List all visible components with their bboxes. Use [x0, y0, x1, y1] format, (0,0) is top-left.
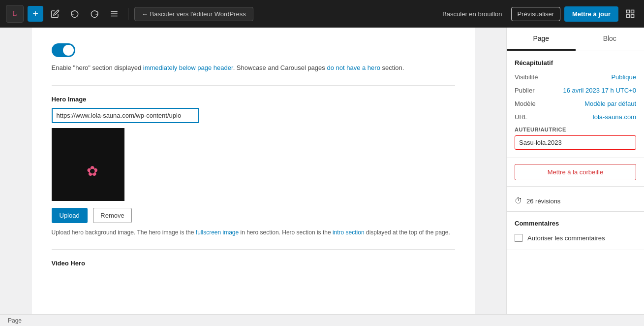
help-text-blue-2: intro section [333, 229, 365, 236]
recapitulatif-title: Récapitulatif [515, 59, 636, 66]
status-bar: Page [0, 314, 644, 326]
redo-icon [90, 9, 99, 18]
settings-button[interactable] [622, 6, 638, 22]
help-text-1: Upload hero background image. The hero i… [52, 229, 196, 236]
add-block-button[interactable]: + [28, 6, 43, 22]
image-action-buttons: Upload Remove [52, 208, 455, 223]
model-value[interactable]: Modèle par défaut [584, 100, 636, 107]
toolbar: L + ← Basculer vers l'éditeur WordPress … [0, 0, 644, 28]
update-button[interactable]: Mettre à jour [564, 6, 618, 22]
tools-button[interactable] [47, 6, 63, 22]
redo-button[interactable] [87, 6, 102, 22]
allow-comments-row: Autoriser les commentaires [515, 234, 636, 242]
hero-image-preview [52, 128, 124, 201]
trash-section: Mettre à la corbeille [507, 158, 644, 187]
upload-button[interactable]: Upload [52, 208, 88, 223]
divider-1 [52, 85, 455, 86]
help-text: Upload hero background image. The hero i… [52, 228, 455, 237]
separator [128, 8, 128, 20]
author-label: AUTEUR/AUTRICE [515, 127, 636, 132]
recapitulatif-section: Récapitulatif Visibilité Publique Publie… [507, 51, 644, 158]
author-section: AUTEUR/AUTRICE [515, 127, 636, 150]
switch-editor-label: ← Basculer vers l'éditeur WordPress [142, 10, 246, 18]
video-hero-label: Video Hero [52, 260, 455, 267]
tab-page[interactable]: Page [507, 28, 576, 51]
main-layout: Enable "hero" section displayed immediat… [0, 28, 644, 314]
status-label: Page [8, 317, 22, 324]
preview-inner [52, 128, 124, 201]
logo-text: L [13, 10, 17, 18]
svg-rect-4 [631, 10, 634, 13]
svg-rect-5 [627, 15, 630, 18]
author-input[interactable] [515, 135, 636, 150]
url-value[interactable]: lola-sauna.com [593, 113, 636, 121]
tab-bloc[interactable]: Bloc [576, 28, 644, 51]
visibility-row: Visibilité Publique [515, 73, 636, 81]
visibility-value[interactable]: Publique [611, 73, 636, 81]
comments-title: Commentaires [515, 220, 636, 227]
trash-button[interactable]: Mettre à la corbeille [515, 164, 636, 180]
site-logo[interactable]: L [6, 5, 24, 23]
revisions-icon: ⏱ [515, 196, 522, 205]
sidebar: Page Bloc Récapitulatif Visibilité Publi… [506, 28, 644, 314]
visibility-label: Visibilité [515, 73, 538, 81]
undo-button[interactable] [67, 6, 83, 22]
allow-comments-label: Autoriser les commentaires [527, 234, 605, 242]
hero-toggle[interactable] [52, 43, 75, 57]
remove-button[interactable]: Remove [93, 208, 131, 223]
help-text-2: in hero section. Hero section is the [239, 229, 333, 236]
revisions-section: ⏱ 26 révisions [507, 187, 644, 212]
sidebar-tabs: Page Bloc [507, 28, 644, 51]
url-label: URL [515, 113, 527, 121]
toolbar-right: Basculer en brouillon Prévisualiser Mett… [437, 6, 638, 22]
svg-rect-3 [627, 10, 630, 13]
publish-value[interactable]: 16 avril 2023 17 h UTC+0 [563, 87, 636, 94]
hero-description: Enable "hero" section displayed immediat… [52, 63, 455, 73]
help-text-blue-1: fullscreen image [196, 229, 239, 236]
comments-section: Commentaires Autoriser les commentaires [507, 212, 644, 250]
preview-decoration [78, 150, 98, 179]
undo-icon [70, 9, 79, 18]
list-view-icon [110, 9, 119, 18]
switch-editor-button[interactable]: ← Basculer vers l'éditeur WordPress [134, 7, 253, 21]
divider-2 [52, 249, 455, 250]
url-row: URL lola-sauna.com [515, 113, 636, 121]
highlight-immediately: immediately below page header [143, 64, 233, 71]
svg-rect-6 [631, 15, 634, 18]
help-text-3: displayed at the top of the page. [365, 229, 450, 236]
editor-content: Enable "hero" section displayed immediat… [32, 28, 475, 314]
hero-image-label: Hero Image [52, 96, 455, 103]
editor-area[interactable]: Enable "hero" section displayed immediat… [0, 28, 506, 314]
save-draft-button[interactable]: Basculer en brouillon [437, 7, 507, 21]
highlight-donot: do not have a hero [327, 64, 380, 71]
preview-button[interactable]: Prévisualiser [511, 7, 560, 21]
publish-row: Publier 16 avril 2023 17 h UTC+0 [515, 87, 636, 94]
hero-toggle-row [52, 43, 455, 57]
settings-icon [625, 9, 635, 19]
allow-comments-checkbox[interactable] [515, 234, 522, 242]
revisions-row[interactable]: ⏱ 26 révisions [515, 191, 636, 207]
list-view-button[interactable] [106, 6, 122, 22]
model-row: Modèle Modèle par défaut [515, 100, 636, 107]
model-label: Modèle [515, 100, 536, 107]
pencil-icon [51, 9, 60, 18]
publish-label: Publier [515, 87, 534, 94]
hero-image-url-input[interactable] [52, 108, 199, 123]
revisions-text: 26 révisions [526, 197, 560, 205]
